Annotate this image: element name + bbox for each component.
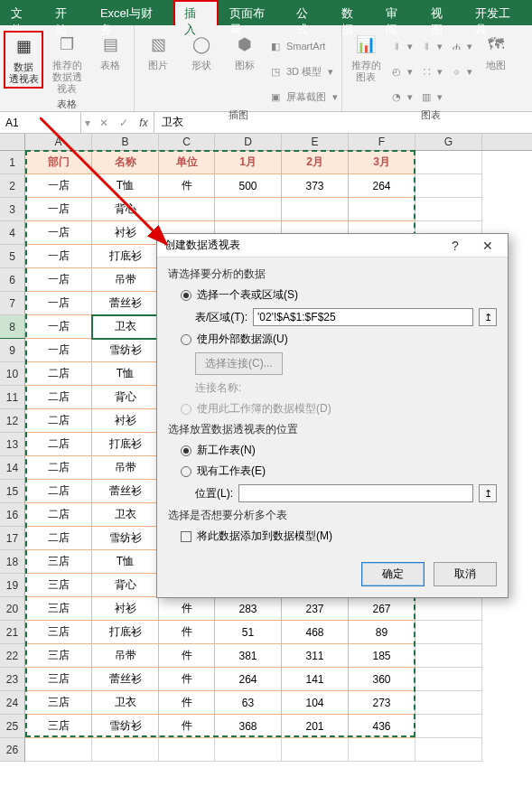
- cell-B17[interactable]: 雪纺衫: [92, 527, 159, 550]
- cell-E24[interactable]: 104: [282, 691, 349, 715]
- cell-D22[interactable]: 381: [215, 644, 282, 668]
- radio-existing-sheet[interactable]: [181, 466, 191, 477]
- choose-connection-button[interactable]: 选择连接(C)...: [195, 352, 283, 375]
- cell-F1[interactable]: 3月: [349, 151, 415, 174]
- cell-A21[interactable]: 三店: [25, 621, 92, 644]
- cell-C3[interactable]: [159, 198, 215, 221]
- radio-external-source[interactable]: [181, 334, 191, 345]
- cell-B20[interactable]: 衬衫: [92, 597, 159, 621]
- ribbon-tab-5[interactable]: 公式: [285, 0, 330, 25]
- cell-G3[interactable]: [415, 198, 482, 221]
- icons-button[interactable]: ⬢ 图标: [225, 31, 265, 73]
- cell-F20[interactable]: 267: [349, 597, 415, 621]
- cell-G23[interactable]: [415, 668, 482, 691]
- cell-B4[interactable]: 衬衫: [92, 221, 159, 245]
- cell-D25[interactable]: 368: [215, 715, 282, 738]
- cell-A4[interactable]: 一店: [25, 221, 92, 245]
- cell-A15[interactable]: 二店: [25, 480, 92, 503]
- cell-B24[interactable]: 卫衣: [92, 691, 159, 715]
- ribbon-tab-4[interactable]: 页面布局: [219, 0, 286, 25]
- cell-C26[interactable]: [159, 738, 215, 762]
- ribbon-tab-6[interactable]: 数据: [331, 0, 375, 25]
- row-header-21[interactable]: 21: [0, 621, 25, 644]
- cell-B8[interactable]: 卫衣: [92, 315, 159, 339]
- cell-A12[interactable]: 二店: [25, 409, 92, 433]
- cell-B13[interactable]: 打底衫: [92, 433, 159, 456]
- cell-C1[interactable]: 单位: [159, 151, 215, 174]
- confirm-edit-button[interactable]: ✓: [114, 112, 134, 133]
- cell-A2[interactable]: 一店: [25, 174, 92, 198]
- radio-new-sheet[interactable]: [181, 445, 191, 456]
- row-header-1[interactable]: 1: [0, 151, 25, 174]
- cell-B1[interactable]: 名称: [92, 151, 159, 174]
- cell-A20[interactable]: 三店: [25, 597, 92, 621]
- cell-A25[interactable]: 三店: [25, 715, 92, 738]
- range-input[interactable]: '02'!$A$1:$F$25: [253, 308, 473, 326]
- cell-C22[interactable]: 件: [159, 644, 215, 668]
- row-header-7[interactable]: 7: [0, 292, 25, 315]
- cell-B26[interactable]: [92, 738, 159, 762]
- cell-B6[interactable]: 吊带: [92, 268, 159, 292]
- cell-G21[interactable]: [415, 621, 482, 644]
- cell-A3[interactable]: 一店: [25, 198, 92, 221]
- row-header-11[interactable]: 11: [0, 386, 25, 409]
- cell-A1[interactable]: 部门: [25, 151, 92, 174]
- cell-A8[interactable]: 一店: [25, 315, 92, 339]
- cell-A24[interactable]: 三店: [25, 691, 92, 715]
- cell-G2[interactable]: [415, 174, 482, 198]
- recommended-pivot-button[interactable]: ❐ 推荐的 数据透视表: [47, 31, 87, 98]
- row-header-15[interactable]: 15: [0, 480, 25, 503]
- row-header-25[interactable]: 25: [0, 715, 25, 738]
- cancel-button[interactable]: 取消: [434, 562, 497, 586]
- row-header-8[interactable]: 8: [0, 315, 25, 339]
- row-header-22[interactable]: 22: [0, 644, 25, 668]
- row-header-6[interactable]: 6: [0, 268, 25, 292]
- row-header-5[interactable]: 5: [0, 245, 25, 268]
- picture-button[interactable]: ▧ 图片: [138, 31, 178, 73]
- chart-type-3[interactable]: ◔▾ ▥▾: [389, 85, 443, 108]
- row-header-4[interactable]: 4: [0, 221, 25, 245]
- cell-A11[interactable]: 二店: [25, 386, 92, 409]
- screenshot-button[interactable]: ▣屏幕截图 ▾: [268, 85, 338, 108]
- cell-A14[interactable]: 二店: [25, 456, 92, 480]
- cancel-edit-button[interactable]: ✕: [94, 112, 114, 133]
- cell-A10[interactable]: 二店: [25, 362, 92, 386]
- cell-C21[interactable]: 件: [159, 621, 215, 644]
- shapes-button[interactable]: ◯ 形状: [182, 31, 221, 73]
- help-button[interactable]: ?: [439, 239, 471, 253]
- row-header-17[interactable]: 17: [0, 527, 25, 550]
- col-header-E[interactable]: E: [282, 134, 349, 150]
- fx-button[interactable]: fx: [134, 112, 154, 133]
- chart-type-1[interactable]: ⫴▾ ⫴▾ ሐ▾: [389, 34, 472, 58]
- cell-E21[interactable]: 468: [282, 621, 349, 644]
- ribbon-tab-8[interactable]: 视图: [420, 0, 464, 25]
- name-box[interactable]: A1: [0, 112, 81, 133]
- cell-A5[interactable]: 一店: [25, 245, 92, 268]
- map-button[interactable]: 🗺 地图: [476, 31, 516, 73]
- cell-C24[interactable]: 件: [159, 691, 215, 715]
- cell-B23[interactable]: 蕾丝衫: [92, 668, 159, 691]
- col-header-C[interactable]: C: [159, 134, 215, 150]
- cell-F22[interactable]: 185: [349, 644, 415, 668]
- row-header-24[interactable]: 24: [0, 691, 25, 715]
- formula-input[interactable]: 卫衣: [154, 112, 532, 133]
- cell-B14[interactable]: 吊带: [92, 456, 159, 480]
- cell-B7[interactable]: 蕾丝衫: [92, 292, 159, 315]
- cell-A26[interactable]: [25, 738, 92, 762]
- cell-G24[interactable]: [415, 691, 482, 715]
- cell-D3[interactable]: [215, 198, 282, 221]
- cell-D21[interactable]: 51: [215, 621, 282, 644]
- cell-C23[interactable]: 件: [159, 668, 215, 691]
- cell-E2[interactable]: 373: [282, 174, 349, 198]
- ribbon-tab-7[interactable]: 审阅: [375, 0, 419, 25]
- cell-F24[interactable]: 273: [349, 691, 415, 715]
- cell-B25[interactable]: 雪纺衫: [92, 715, 159, 738]
- cell-C20[interactable]: 件: [159, 597, 215, 621]
- radio-select-range[interactable]: [181, 290, 191, 301]
- cell-D26[interactable]: [215, 738, 282, 762]
- cell-D24[interactable]: 63: [215, 691, 282, 715]
- row-header-20[interactable]: 20: [0, 597, 25, 621]
- ribbon-tab-1[interactable]: 开始: [44, 0, 89, 25]
- cell-B18[interactable]: T恤: [92, 550, 159, 574]
- cell-E22[interactable]: 311: [282, 644, 349, 668]
